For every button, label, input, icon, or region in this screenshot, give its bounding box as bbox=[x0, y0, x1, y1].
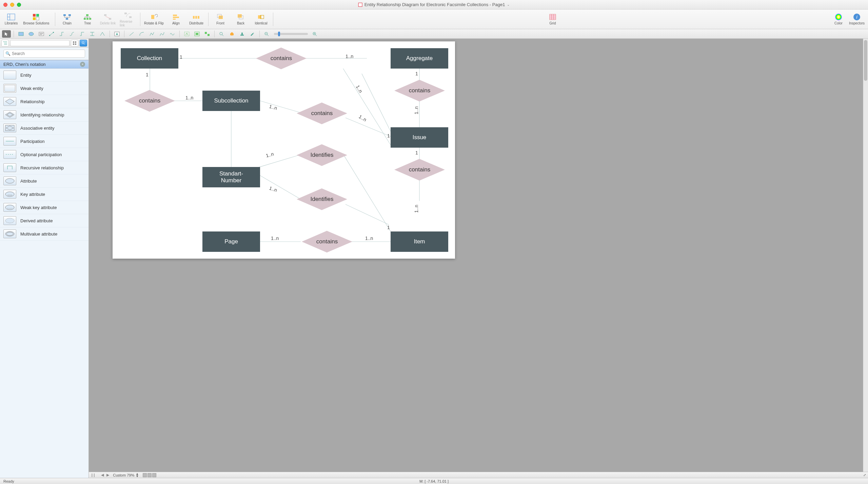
entity-standard-number[interactable]: Standart- Number bbox=[202, 167, 260, 187]
spline-tool[interactable] bbox=[158, 30, 166, 38]
entity-subcollection[interactable]: Subcollection bbox=[202, 91, 260, 111]
close-icon[interactable] bbox=[3, 3, 7, 7]
view-mode-2[interactable] bbox=[147, 473, 152, 477]
stamp-tool[interactable] bbox=[238, 30, 246, 38]
relation-contains-5[interactable]: contains bbox=[393, 158, 446, 182]
lib-item-weak-key-attribute[interactable]: Weak key attribute bbox=[0, 201, 88, 214]
relation-contains-6[interactable]: contains bbox=[301, 230, 353, 254]
relation-identifies-1[interactable]: Identifies bbox=[296, 143, 348, 167]
arrange-group: Rotate & Flip Align Distribute bbox=[144, 11, 205, 28]
relation-contains-4[interactable]: contains bbox=[393, 79, 446, 103]
chain-button[interactable]: Chain bbox=[59, 11, 76, 28]
entity-item[interactable]: Item bbox=[391, 231, 448, 252]
lib-item-associative-entity[interactable]: Associative entity bbox=[0, 122, 88, 135]
maximize-icon[interactable] bbox=[17, 3, 21, 7]
lib-item-weak-entity[interactable]: Weak entity bbox=[0, 82, 88, 95]
library-header[interactable]: ERD, Chen's notation × bbox=[0, 60, 88, 69]
insert-tool[interactable] bbox=[113, 30, 121, 38]
relation-contains-2[interactable]: contains bbox=[123, 89, 176, 113]
window-title[interactable]: Entity Relationship Diagram for Electron… bbox=[358, 2, 510, 7]
lib-item-attribute[interactable]: Attribute bbox=[0, 174, 88, 188]
entity-issue[interactable]: Issue bbox=[391, 127, 448, 148]
zoom-slider[interactable] bbox=[274, 33, 308, 35]
connector-tool-4[interactable] bbox=[78, 30, 86, 38]
resize-icon[interactable]: ⤢ bbox=[863, 473, 866, 477]
lib-item-participation[interactable]: Participation bbox=[0, 135, 88, 148]
pointer-tool[interactable] bbox=[2, 30, 11, 38]
inspectors-button[interactable]: iInspectors bbox=[848, 11, 865, 28]
entity-aggregate[interactable]: Aggregate bbox=[391, 48, 448, 69]
back-icon bbox=[236, 13, 245, 21]
search-input[interactable] bbox=[3, 50, 85, 58]
tree-button[interactable]: Tree bbox=[79, 11, 96, 28]
lib-item-multivalue-attribute[interactable]: Multivalue attribute bbox=[0, 227, 88, 241]
scrollbar-thumb[interactable] bbox=[864, 40, 867, 81]
browse-solutions-button[interactable]: Browse Solutions bbox=[21, 11, 52, 28]
lib-item-optional-participation[interactable]: Optional participation bbox=[0, 148, 88, 161]
lib-item-derived-attribute[interactable]: Derived attribute bbox=[0, 214, 88, 227]
sidebar-filter-input[interactable] bbox=[10, 40, 70, 46]
back-button[interactable]: Back bbox=[232, 11, 249, 28]
view-mode-1[interactable] bbox=[143, 473, 147, 477]
entity-collection[interactable]: Collection bbox=[121, 48, 178, 69]
search-toggle-icon[interactable] bbox=[80, 40, 87, 46]
zoom-in-button[interactable] bbox=[311, 30, 319, 38]
tree-view-icon[interactable] bbox=[1, 40, 9, 46]
page-canvas[interactable]: Collection Aggregate Subcollection Issue… bbox=[113, 41, 455, 259]
front-button[interactable]: Front bbox=[212, 11, 229, 28]
libraries-button[interactable]: Libraries bbox=[3, 11, 20, 28]
eyedropper-tool[interactable] bbox=[248, 30, 257, 38]
next-page-icon[interactable]: ▶ bbox=[105, 473, 110, 478]
color-button[interactable]: Color bbox=[830, 11, 847, 28]
reverse-link-button[interactable]: Reverse link bbox=[120, 11, 137, 28]
lib-item-key-attribute[interactable]: Key attribute bbox=[0, 188, 88, 201]
group-tool-2[interactable] bbox=[193, 30, 201, 38]
text-tool[interactable] bbox=[37, 30, 46, 38]
relation-contains-1[interactable]: contains bbox=[255, 46, 308, 70]
close-library-icon[interactable]: × bbox=[80, 62, 85, 67]
relation-contains-3[interactable]: contains bbox=[296, 101, 348, 125]
grid-button[interactable]: Grid bbox=[544, 11, 561, 28]
svg-rect-22 bbox=[173, 19, 176, 20]
pan-tool[interactable] bbox=[228, 30, 236, 38]
delete-link-button[interactable]: Delete link bbox=[99, 11, 116, 28]
view-mode-3[interactable] bbox=[152, 473, 156, 477]
group-tool-1[interactable] bbox=[182, 30, 191, 38]
lib-item-relationship[interactable]: Relationship bbox=[0, 95, 88, 108]
polyline-tool[interactable] bbox=[147, 30, 156, 38]
zoom-tool[interactable] bbox=[217, 30, 226, 38]
connector-tool-6[interactable] bbox=[98, 30, 107, 38]
canvas-scroll[interactable]: Collection Aggregate Subcollection Issue… bbox=[89, 39, 868, 472]
prev-page-icon[interactable]: ◀ bbox=[100, 473, 105, 478]
connector-tool-2[interactable] bbox=[57, 30, 66, 38]
relation-identifies-2[interactable]: Identifies bbox=[296, 187, 348, 211]
lib-item-entity[interactable]: Entity bbox=[0, 69, 88, 82]
curve-tool[interactable] bbox=[137, 30, 146, 38]
freehand-tool[interactable] bbox=[168, 30, 177, 38]
vertical-scrollbar[interactable] bbox=[863, 39, 868, 472]
lib-item-recursive-relationship[interactable]: Recursive relationship bbox=[0, 161, 88, 174]
rotate-flip-button[interactable]: Rotate & Flip bbox=[144, 11, 164, 28]
svg-rect-72 bbox=[73, 43, 74, 45]
connector-tool-3[interactable] bbox=[67, 30, 76, 38]
pause-icon[interactable]: || bbox=[91, 473, 95, 477]
entity-page[interactable]: Page bbox=[202, 231, 260, 252]
group-tool-3[interactable] bbox=[203, 30, 212, 38]
zoom-out-button[interactable] bbox=[262, 30, 271, 38]
svg-rect-73 bbox=[75, 43, 76, 45]
lib-item-identifying-relationship[interactable]: Identifying relationship bbox=[0, 108, 88, 122]
link-group: Chain Tree Delete link Reverse link bbox=[59, 11, 137, 28]
rect-tool[interactable] bbox=[17, 30, 25, 38]
connector-tool-1[interactable] bbox=[47, 30, 56, 38]
line-tool[interactable] bbox=[127, 30, 136, 38]
grid-view-icon[interactable] bbox=[71, 40, 78, 46]
zoom-control[interactable]: Custom 79% ▲▼ bbox=[113, 473, 139, 478]
minimize-icon[interactable] bbox=[10, 3, 14, 7]
align-button[interactable]: Align bbox=[167, 11, 184, 28]
connector-tool-5[interactable] bbox=[88, 30, 97, 38]
identical-button[interactable]: Identical bbox=[253, 11, 270, 28]
distribute-button[interactable]: Distribute bbox=[188, 11, 205, 28]
stepper-icon[interactable]: ▲▼ bbox=[136, 473, 139, 478]
derived-attribute-shape-icon bbox=[3, 216, 16, 225]
ellipse-tool[interactable] bbox=[27, 30, 36, 38]
